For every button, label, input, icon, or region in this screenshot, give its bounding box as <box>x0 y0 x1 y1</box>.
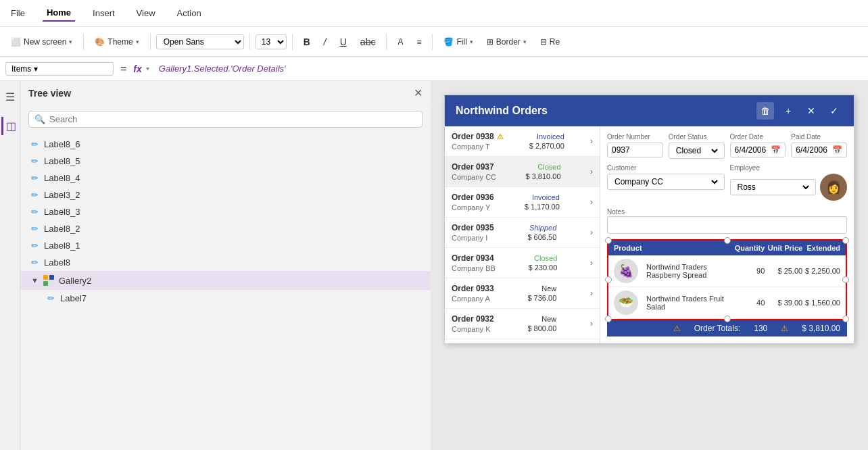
order-date-input[interactable]: 6/4/2006 📅 <box>730 143 786 157</box>
menu-file[interactable]: File <box>7 5 29 21</box>
order-row-0935[interactable]: Order 0935 Company I Shipped $ 606.50 › <box>445 218 600 248</box>
theme-button[interactable]: 🎨 Theme ▾ <box>89 34 144 49</box>
notes-input[interactable] <box>607 216 847 234</box>
italic-button[interactable]: / <box>318 34 332 50</box>
confirm-icon[interactable]: ✓ <box>825 102 843 120</box>
tree-item-label3-2[interactable]: ✏ Label3_2 <box>20 186 431 203</box>
order-amount: $ 800.00 <box>527 324 556 332</box>
order-number: Order 0932 <box>452 314 494 324</box>
chevron-border-icon: ▾ <box>523 39 527 45</box>
bold-button[interactable]: B <box>298 34 316 50</box>
tree-item-label8-2[interactable]: ✏ Label8_2 <box>20 220 431 237</box>
order-row-0937[interactable]: Order 0937 Company CC Closed $ 3,810.00 … <box>445 157 600 187</box>
menu-home[interactable]: Home <box>43 5 75 22</box>
customer-select-input[interactable]: Company CC <box>612 176 720 187</box>
font-size-select[interactable]: 13 <box>256 34 287 49</box>
order-date-value: 6/4/2006 <box>735 145 767 155</box>
edit-icon: ✏ <box>31 207 39 217</box>
order-number: Order 0933 <box>452 284 494 293</box>
product-col-1: 🍇 Northwind Traders Raspberry Spread <box>614 259 727 283</box>
status-select-input[interactable]: Closed <box>673 145 720 156</box>
tree-item-gallery2[interactable]: ▼ Gallery2 <box>20 271 431 290</box>
order-row-0934[interactable]: Order 0934 Company BB Closed $ 230.00 › <box>445 248 600 278</box>
order-row-0936[interactable]: Order 0936 Company Y Invoiced $ 1,170.00… <box>445 187 600 218</box>
arrow-icon: › <box>590 228 593 237</box>
screen-icon: ⬜ <box>11 37 21 47</box>
warn-icon-2: ⚠ <box>781 324 788 333</box>
order-number-input[interactable]: 0937 <box>607 143 663 157</box>
order-status: Closed <box>534 254 557 262</box>
order-number: Order 0934 <box>452 253 496 263</box>
tree-item-label8[interactable]: ✏ Label8 <box>20 254 431 271</box>
product-image-1: 🍇 <box>614 259 638 283</box>
order-status-select[interactable]: Closed <box>669 143 725 159</box>
order-company: Company K <box>452 325 494 333</box>
tree-close-button[interactable]: ✕ <box>414 86 423 99</box>
new-screen-button[interactable]: ⬜ New screen ▾ <box>5 34 78 49</box>
col-price-header: Unit Price <box>765 244 802 252</box>
arrow-icon: › <box>590 289 593 298</box>
tree-item-label8-1[interactable]: ✏ Label8_1 <box>20 237 431 254</box>
product-col-2: 🥗 Northwind Traders Fruit Salad <box>614 291 727 315</box>
employee-select-input[interactable]: Ross <box>735 182 812 193</box>
hamburger-icon[interactable]: ☰ <box>3 88 18 106</box>
canvas-area: Northwind Orders 🗑 + ✕ ✓ Order 0938 <box>431 81 868 450</box>
tree-item-label8-6[interactable]: ✏ Label8_6 <box>20 136 431 153</box>
delete-icon[interactable]: 🗑 <box>756 102 774 120</box>
gallery2-label: Gallery2 <box>59 276 91 286</box>
customer-select[interactable]: Company CC <box>607 174 725 190</box>
customer-label: Customer <box>607 164 725 172</box>
order-right: New $ 800.00 <box>527 315 556 332</box>
tree-item-label8-3[interactable]: ✏ Label8_3 <box>20 203 431 220</box>
layers-icon[interactable]: ◫ <box>1 117 19 135</box>
formula-dropdown[interactable]: Items ▾ <box>5 62 114 76</box>
separator-1 <box>83 34 84 50</box>
order-left: Order 0937 Company CC <box>452 162 496 181</box>
search-input[interactable] <box>49 114 416 124</box>
add-icon[interactable]: + <box>779 102 797 120</box>
product-row-1[interactable]: 🍇 Northwind Traders Raspberry Spread 90 … <box>608 255 846 287</box>
reorder-label: Re <box>550 37 560 47</box>
border-icon: ⊞ <box>487 37 493 47</box>
border-button[interactable]: ⊞ Border ▾ <box>481 34 532 49</box>
menu-action[interactable]: Action <box>173 5 206 21</box>
font-color-button[interactable]: A <box>392 34 408 49</box>
order-row-0933[interactable]: Order 0933 Company A New $ 736.00 › <box>445 278 600 309</box>
strikethrough-button[interactable]: abc <box>355 34 381 50</box>
handle-top-left[interactable] <box>605 237 612 244</box>
tree-item-label7[interactable]: ✏ Label7 <box>20 290 431 307</box>
employee-select[interactable]: Ross <box>730 179 817 195</box>
paid-date-input[interactable]: 6/4/2006 📅 <box>791 143 847 157</box>
reorder-button[interactable]: ⊟ Re <box>535 34 565 49</box>
formula-dropdown-label: Items <box>11 64 31 74</box>
new-screen-label: New screen <box>24 37 66 47</box>
side-icon-panel: ☰ ◫ <box>0 81 20 450</box>
tree-item-label8-5[interactable]: ✏ Label8_5 <box>20 153 431 170</box>
menu-insert[interactable]: Insert <box>89 5 119 21</box>
align-button[interactable]: ≡ <box>411 34 427 49</box>
menu-view[interactable]: View <box>132 5 160 21</box>
close-icon[interactable]: ✕ <box>802 102 820 120</box>
order-row-0932[interactable]: Order 0932 Company K New $ 800.00 › <box>445 309 600 339</box>
calendar-icon-2[interactable]: 📅 <box>832 145 842 155</box>
fill-button[interactable]: 🪣 Fill ▾ <box>438 34 478 49</box>
tree-items: ✏ Label8_6 ✏ Label8_5 ✏ Label8_4 ✏ Label… <box>20 133 431 450</box>
arrow-icon: › <box>590 319 593 328</box>
handle-top-center[interactable] <box>724 237 731 244</box>
order-row-0938[interactable]: Order 0938 ⚠ Company T Invoiced $ 2,870.… <box>445 126 600 157</box>
totals-amount: $ 3,810.00 <box>802 324 840 333</box>
font-family-select[interactable]: Open Sans <box>156 34 244 49</box>
order-company: Company Y <box>452 203 494 211</box>
product-row-2[interactable]: 🥗 Northwind Traders Fruit Salad 40 $ 39.… <box>608 287 846 319</box>
search-box: 🔍 <box>28 111 423 128</box>
handle-top-right[interactable] <box>842 237 849 244</box>
underline-button[interactable]: U <box>335 34 352 50</box>
tree-item-label8-4[interactable]: ✏ Label8_4 <box>20 170 431 186</box>
formula-input[interactable] <box>153 62 863 75</box>
tree-item-label: Label8_2 <box>44 224 80 234</box>
calendar-icon[interactable]: 📅 <box>771 145 781 155</box>
svg-rect-0 <box>43 275 48 280</box>
arrow-icon: › <box>590 258 593 268</box>
chevron-fill-icon: ▾ <box>470 39 473 45</box>
order-number: Order 0938 ⚠ <box>452 132 504 141</box>
